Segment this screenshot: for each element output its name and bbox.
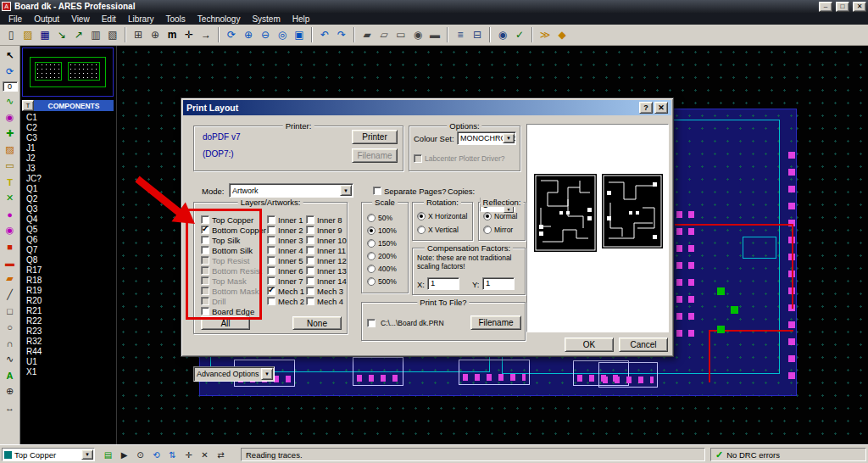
layer-checkbox-inner-11[interactable]: Inner 11 — [306, 245, 346, 255]
layer-checkbox-mech-4[interactable]: Mech 4 — [306, 296, 343, 306]
minimize-button[interactable]: – — [819, 2, 832, 12]
box-tool-icon[interactable]: □ — [2, 303, 19, 319]
new-strategy-icon[interactable]: ◆ — [554, 26, 570, 43]
toggle-grid-icon[interactable]: ⊞ — [130, 26, 147, 43]
mode-dropdown[interactable]: Artwork — [229, 183, 353, 198]
list-item[interactable]: JC? — [26, 174, 114, 184]
arc-tool-icon[interactable]: ∩ — [2, 335, 19, 351]
help-button[interactable]: ? — [639, 102, 653, 114]
menu-help[interactable]: Help — [287, 13, 316, 25]
circle-tool-icon[interactable]: ○ — [2, 319, 19, 335]
window-titlebar[interactable]: A Board dk - ARES Professional – □ ✕ — [0, 0, 868, 13]
print-to-file-checkbox[interactable] — [367, 318, 376, 328]
list-item[interactable]: C3 — [26, 133, 114, 143]
false-origin-icon[interactable]: ✛ — [181, 26, 198, 43]
snap-toggle-icon[interactable]: ⊙ — [132, 448, 148, 461]
layer-checkbox-top-mask[interactable]: Top Mask — [201, 276, 247, 286]
layer-checkbox-top-resist[interactable]: Top Resist — [201, 255, 249, 265]
make-package-icon[interactable]: ⊟ — [469, 26, 486, 43]
list-item[interactable]: R20 — [26, 296, 114, 306]
layer-checkbox-mech-2[interactable]: Mech 2 — [267, 296, 304, 306]
layer-checkbox-inner-3[interactable]: Inner 3 — [267, 235, 303, 245]
comp-y-field[interactable]: 1 — [482, 277, 515, 290]
selection-arrow-icon[interactable]: ↖ — [2, 47, 19, 64]
separate-pages-checkbox[interactable]: Separate Pages? — [373, 186, 446, 196]
reflection-radio-normal[interactable]: Normal — [483, 211, 517, 221]
dialog-titlebar[interactable]: Print Layout ? ✕ — [183, 100, 671, 115]
labcenter-plotter-checkbox[interactable]: Labcenter Plotter Driver? — [414, 153, 505, 164]
zone-mode-icon[interactable]: ▨ — [2, 142, 19, 158]
layer-checkbox-bottom-copper[interactable]: Bottom Copper — [201, 225, 266, 235]
comp-x-field[interactable]: 1 — [427, 277, 459, 290]
close-button[interactable]: ✕ — [853, 2, 866, 12]
save-layout-icon[interactable]: ▦ — [36, 26, 53, 43]
list-item[interactable]: U1 — [26, 357, 114, 367]
auto-router-icon[interactable]: ≫ — [537, 26, 554, 43]
layer-checkbox-inner-8[interactable]: Inner 8 — [306, 215, 342, 225]
layer-checkbox-bottom-mask[interactable]: Bottom Mask — [201, 286, 259, 296]
metric-toggle-icon[interactable]: m — [164, 26, 181, 43]
scale-radio-100[interactable]: 100% — [367, 226, 397, 236]
layer-checkbox-top-silk[interactable]: Top Silk — [201, 235, 240, 245]
design-overview[interactable] — [22, 47, 114, 97]
rotation-radio-vertical[interactable]: X Vertical — [417, 225, 459, 235]
search-tag-icon[interactable]: ◉ — [494, 26, 511, 43]
round-pad-icon[interactable]: ● — [2, 206, 19, 222]
list-item[interactable]: R23 — [26, 326, 114, 337]
marker-tool-icon[interactable]: ⊕ — [2, 383, 19, 399]
list-item[interactable]: C1 — [26, 113, 114, 123]
scale-radio-50[interactable]: 50% — [367, 213, 392, 223]
toggle-origin-icon[interactable]: ⊕ — [147, 26, 164, 43]
components-list[interactable]: C1 C2 C3 J1 J2 J3 JC? Q1 Q2 Q3 Q4 Q5 Q6 … — [22, 111, 114, 443]
menu-technology[interactable]: Technology — [192, 13, 247, 25]
list-item[interactable]: R19 — [26, 286, 114, 296]
layer-checkbox-mech-3[interactable]: Mech 3 — [306, 286, 343, 296]
list-item[interactable]: Q5 — [26, 225, 114, 235]
layer-checkbox-inner-9[interactable]: Inner 9 — [306, 225, 342, 235]
chevron-down-icon[interactable] — [81, 449, 93, 460]
layer-checkbox-bottom-silk[interactable]: Bottom Silk — [201, 245, 253, 255]
layer-checkbox-inner-6[interactable]: Inner 6 — [267, 265, 303, 276]
dimension-tool-icon[interactable]: ↔ — [2, 399, 19, 416]
list-item[interactable]: R22 — [26, 316, 114, 326]
list-item[interactable]: R18 — [26, 276, 114, 286]
refresh-icon[interactable]: ⟳ — [2, 64, 19, 80]
layer-checkbox-drill[interactable]: Drill — [201, 296, 225, 306]
reflection-radio-mirror[interactable]: Mirror — [483, 225, 513, 235]
zoom-all-icon[interactable]: ◎ — [274, 26, 291, 43]
layer-selector[interactable]: Top Copper — [2, 448, 95, 461]
print-icon[interactable]: ▥ — [87, 26, 104, 43]
layer-checkbox-bottom-resist[interactable]: Bottom Resist — [201, 265, 262, 276]
export-region-icon[interactable]: ↗ — [70, 26, 87, 43]
rotate-ccw-icon[interactable]: ⟲ — [148, 448, 164, 461]
layer-checkbox-inner-2[interactable]: Inner 2 — [267, 225, 303, 235]
junction-mode-icon[interactable]: ✕ — [2, 190, 19, 206]
smd-pad-icon[interactable]: ▬ — [2, 254, 19, 271]
printer-filename-button[interactable]: Filename — [352, 148, 398, 163]
selection-pointer-icon[interactable]: ▶ — [116, 448, 132, 461]
chevron-down-icon[interactable] — [261, 368, 273, 380]
line-tool-icon[interactable]: ╱ — [2, 287, 19, 303]
menu-output[interactable]: Output — [28, 13, 65, 25]
track-mode-icon[interactable]: ∿ — [2, 93, 19, 109]
tab-icon[interactable]: ⇄ — [213, 448, 229, 461]
scale-radio-400[interactable]: 400% — [367, 264, 397, 274]
file-filename-button[interactable]: Filename — [470, 315, 521, 330]
x-cursor-icon[interactable]: ✕ — [197, 448, 213, 461]
ratsnest-mode-icon[interactable]: ✚ — [2, 126, 19, 142]
open-layout-icon[interactable]: ▨ — [19, 26, 36, 43]
list-item[interactable]: Q7 — [26, 245, 114, 255]
undo-icon[interactable]: ↶ — [316, 26, 333, 43]
printer-button[interactable]: Printer — [352, 130, 398, 144]
layer-checkbox-inner-14[interactable]: Inner 14 — [306, 276, 347, 286]
layer-checkbox-inner-13[interactable]: Inner 13 — [306, 265, 347, 276]
layer-checkbox-inner-12[interactable]: Inner 12 — [306, 255, 347, 265]
layer-checkbox-inner-4[interactable]: Inner 4 — [267, 245, 303, 255]
block-delete-icon[interactable]: ▬ — [426, 26, 443, 43]
zoom-in-icon[interactable]: ⊕ — [240, 26, 257, 43]
list-item[interactable]: J3 — [26, 164, 114, 174]
layer-checkbox-inner-10[interactable]: Inner 10 — [306, 235, 347, 245]
scale-radio-150[interactable]: 150% — [367, 238, 397, 248]
menu-view[interactable]: View — [65, 13, 96, 25]
text-tool-icon[interactable]: A — [2, 367, 19, 383]
